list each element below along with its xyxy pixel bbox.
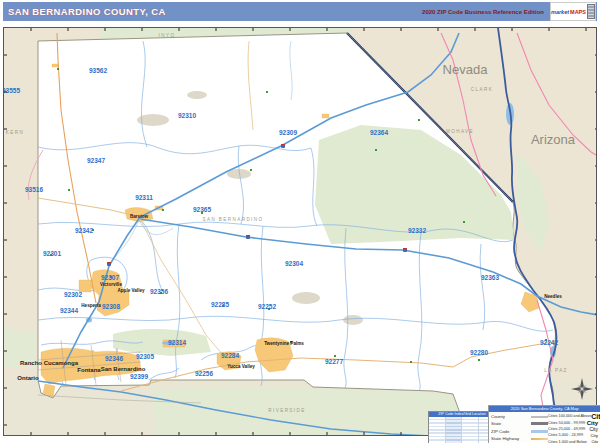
city-label: Victorville [100, 282, 122, 287]
zip-code-label: 92346 [105, 355, 123, 362]
legend-item-label: State [491, 421, 501, 426]
city-label: Rancho Cucamonga [20, 360, 79, 366]
county-label: KERN [6, 130, 24, 135]
legend-line-items: CountyStateZIP CodeState HighwayUS Highw… [491, 413, 548, 443]
zip-code-label: 92344 [60, 307, 78, 314]
legend-city-sample: City [589, 426, 598, 432]
legend-city-label: Cities 100,000 and Above [548, 414, 591, 418]
state-label: Nevada [443, 62, 489, 77]
city-label: Twentynine Palms [264, 341, 304, 346]
county-label: INYO [159, 33, 176, 38]
zip-code-label: 92304 [285, 260, 303, 267]
marketmaps-logo: market MAPS [550, 2, 596, 21]
legend-item-label: County [491, 414, 505, 419]
county-label: CLARK [471, 87, 493, 92]
legend-item: County [491, 413, 548, 420]
legend-city-label: Cities 50,000 - 99,999 [548, 421, 585, 425]
logo-tag-icon [587, 4, 595, 19]
page-title: SAN BERNARDINO COUNTY, CA [3, 6, 166, 17]
legend-city-label: Cities 25,000 - 49,999 [548, 427, 585, 431]
zip-code-label: 92284 [221, 352, 239, 359]
index-column [462, 417, 479, 443]
zip-code-label: 92399 [130, 373, 148, 380]
zip-code-label: 92242 [540, 339, 558, 346]
zip-code-label: 92342 [75, 227, 93, 234]
zip-code-label: 92310 [178, 112, 196, 119]
logo-market-text: market [551, 9, 569, 15]
city-label: Yucca Valley [227, 364, 255, 369]
legend-city-items: Cities 100,000 and AboveCityCities 50,00… [548, 413, 598, 443]
zip-code-label: 92308 [102, 303, 120, 310]
legend-city-sample: City [590, 433, 598, 438]
county-map: NevadaArizona INYOKERNCLARKMOHAVESAN BER… [4, 28, 596, 435]
index-column [429, 417, 446, 443]
legend-item: State [491, 420, 548, 427]
legend-symbol [531, 438, 548, 440]
legend-item: ZIP Code [491, 428, 548, 435]
zip-code-label: 92256 [195, 370, 213, 377]
zip-code-label: 92364 [370, 129, 388, 136]
header-right: 2020 ZIP Code Business Reference Edition… [422, 2, 597, 21]
city-label: Apple Valley [117, 288, 145, 293]
zip-code-label: 93555 [4, 87, 20, 94]
county-label: MOHAVE [446, 129, 474, 134]
index-column [446, 417, 463, 443]
zip-code-label: 92314 [168, 339, 186, 346]
map-legend: 2020 San Bernardino County, CA Map Count… [488, 405, 600, 443]
city-label: Needles [544, 294, 562, 299]
zip-code-label: 92356 [150, 288, 168, 295]
city-label: Hesperia [81, 303, 101, 308]
zip-code-label: 92302 [64, 291, 82, 298]
map-frame: NevadaArizona INYOKERNCLARKMOHAVESAN BER… [3, 27, 597, 436]
zip-code-label: 93562 [89, 67, 107, 74]
zip-code-label: 92307 [101, 274, 119, 281]
legend-symbol [531, 416, 548, 418]
header-bar: SAN BERNARDINO COUNTY, CA 2020 ZIP Code … [3, 2, 597, 21]
legend-city-sample: City [587, 420, 598, 426]
zip-code-label: 92311 [135, 194, 153, 201]
legend-city-item: Cities 1,000 and BelowCity [548, 439, 598, 443]
city-label: Barstow [130, 214, 149, 219]
zip-code-label: 92332 [408, 227, 426, 234]
edition-label: 2020 ZIP Code Business Reference Edition [422, 9, 544, 15]
state-label: Arizona [531, 132, 576, 147]
county-label: RIVERSIDE [268, 408, 305, 413]
county-label: SAN BERNARDINO [203, 217, 264, 222]
city-label: Ontario [17, 375, 39, 381]
zip-code-label: 93516 [25, 186, 43, 193]
zip-index-body [429, 417, 495, 443]
zip-code-label: 92301 [43, 250, 61, 257]
zip-code-label: 92280 [470, 349, 488, 356]
zip-code-label: 92277 [325, 358, 343, 365]
zip-code-label: 92347 [87, 157, 105, 164]
zip-code-label: 92309 [279, 129, 297, 136]
zip-code-label: 92252 [258, 303, 276, 310]
compass-rose-icon [570, 377, 594, 401]
zip-index-table: ZIP Code Index/Grid Location [428, 411, 496, 443]
zip-code-label: 92365 [193, 206, 211, 213]
county-label: LA PAZ [544, 368, 568, 373]
zip-code-label: 92305 [136, 353, 154, 360]
map-poster-page: SAN BERNARDINO COUNTY, CA 2020 ZIP Code … [0, 0, 600, 443]
legend-item: State Highway [491, 435, 548, 442]
legend-item-label: State Highway [491, 436, 519, 441]
legend-item-label: ZIP Code [491, 429, 509, 434]
legend-symbol [531, 430, 548, 433]
zip-code-label: 92363 [481, 274, 499, 281]
logo-maps-text: MAPS [570, 9, 586, 15]
legend-city-label: Cities 5,000 - 24,999 [548, 433, 583, 437]
city-label: Fontana [77, 367, 101, 373]
city-label: San Bernardino [101, 366, 146, 372]
zip-code-label: 92285 [211, 301, 229, 308]
legend-symbol [531, 422, 548, 425]
